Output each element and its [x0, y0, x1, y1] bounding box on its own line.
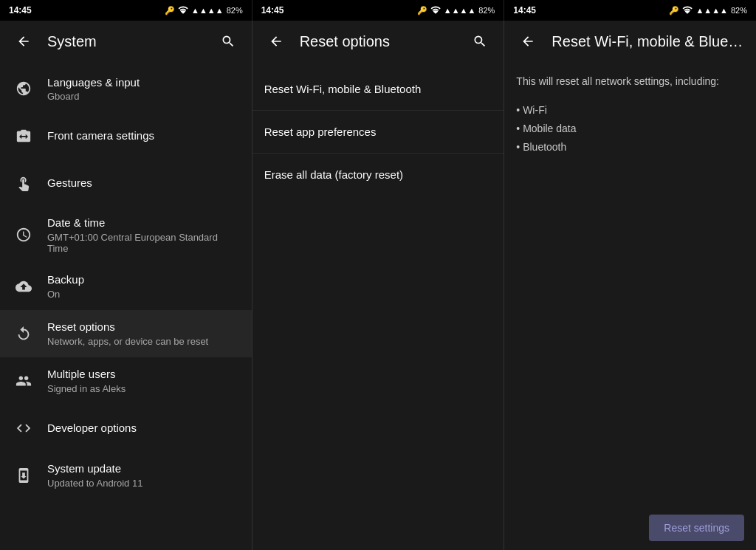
reset-title: Reset options [47, 320, 240, 334]
people-icon [12, 369, 35, 393]
battery-3: 82% [731, 6, 747, 15]
status-segment-2: 14:45 🔑 ▲▲▲▲ 82% [252, 0, 505, 21]
settings-item-users[interactable]: Multiple users Signed in as Aleks [0, 357, 252, 405]
system-panel-title: System [47, 33, 205, 50]
reset-wifi-list: • Wi-Fi • Mobile data • Bluetooth [516, 101, 744, 157]
reset-wifi-actions: Reset settings [504, 506, 756, 550]
wifi-icon-2 [430, 4, 441, 16]
camera-front-icon [12, 124, 35, 148]
users-subtitle: Signed in as Aleks [47, 383, 240, 394]
reset-app-item[interactable]: Reset app preferences [252, 111, 504, 154]
reset-options-header: Reset options [252, 21, 504, 62]
system-update-title: System update [47, 461, 240, 476]
settings-item-languages[interactable]: Languages & input Gboard [0, 65, 252, 112]
backup-text: Backup On [47, 272, 240, 300]
users-title: Multiple users [47, 367, 240, 382]
system-update-text: System update Updated to Android 11 [47, 461, 240, 489]
status-bar: 14:45 🔑 ▲▲▲▲ 82% 14:45 🔑 ▲▲▲▲ 82% 14:45 … [0, 0, 756, 21]
settings-item-backup[interactable]: Backup On [0, 263, 252, 310]
main-content: System Languages & input Gboard [0, 21, 756, 550]
reset-options-back-button[interactable] [264, 30, 288, 53]
battery-2: 82% [478, 6, 495, 15]
languages-title: Languages & input [47, 75, 240, 90]
wifi-icon-1 [178, 4, 188, 16]
signal-icon-3: ▲▲▲▲ [695, 6, 728, 15]
backup-subtitle: On [47, 289, 240, 300]
reset-wifi-header: Reset Wi-Fi, mobile & Blueto... [504, 21, 756, 62]
status-icons-2: 🔑 ▲▲▲▲ 82% [417, 4, 495, 16]
reset-wifi-description: This will reset all network settings, in… [516, 74, 744, 89]
reset-wifi-panel: Reset Wi-Fi, mobile & Blueto... This wil… [504, 21, 756, 550]
reset-wifi-list-item-2: • Bluetooth [516, 138, 744, 157]
system-search-button[interactable] [216, 30, 240, 53]
reset-options-list: Reset Wi-Fi, mobile & Bluetooth Reset ap… [252, 62, 504, 550]
lock-icon-2: 🔑 [417, 6, 427, 16]
lock-icon-3: 🔑 [669, 6, 679, 16]
reset-wifi-content: This will reset all network settings, in… [504, 62, 756, 506]
reset-wifi-list-item-1: • Mobile data [516, 120, 744, 138]
developer-text: Developer options [47, 421, 240, 436]
erase-data-item[interactable]: Erase all data (factory reset) [252, 154, 504, 196]
reset-options-panel: Reset options Reset Wi-Fi, mobile & Blue… [252, 21, 505, 550]
status-icons-1: 🔑 ▲▲▲▲ 82% [165, 4, 243, 16]
reset-wifi-back-button[interactable] [516, 30, 540, 53]
reset-wifi-item[interactable]: Reset Wi-Fi, mobile & Bluetooth [252, 68, 504, 111]
reset-settings-button[interactable]: Reset settings [649, 515, 744, 541]
reset-wifi-title: Reset Wi-Fi, mobile & Blueto... [551, 33, 744, 50]
signal-icon-1: ▲▲▲▲ [191, 6, 224, 15]
system-panel: System Languages & input Gboard [0, 21, 252, 550]
settings-item-camera[interactable]: Front camera settings [0, 112, 252, 159]
reset-icon [12, 322, 35, 346]
datetime-subtitle: GMT+01:00 Central European Standard Time [47, 232, 240, 254]
gesture-icon [12, 171, 35, 195]
status-segment-1: 14:45 🔑 ▲▲▲▲ 82% [0, 0, 252, 21]
datetime-title: Date & time [47, 216, 240, 230]
settings-item-gestures[interactable]: Gestures [0, 159, 252, 207]
system-update-icon [12, 464, 35, 487]
system-back-button[interactable] [12, 30, 35, 53]
languages-subtitle: Gboard [47, 91, 240, 102]
camera-text: Front camera settings [47, 128, 240, 143]
reset-subtitle: Network, apps, or device can be reset [47, 336, 240, 347]
system-update-subtitle: Updated to Android 11 [47, 478, 240, 489]
status-segment-3: 14:45 🔑 ▲▲▲▲ 82% [504, 0, 756, 21]
settings-item-system-update[interactable]: System update Updated to Android 11 [0, 452, 252, 499]
clock-icon [12, 223, 35, 247]
developer-title: Developer options [47, 421, 240, 436]
settings-item-datetime[interactable]: Date & time GMT+01:00 Central European S… [0, 207, 252, 263]
battery-1: 82% [227, 6, 243, 15]
wifi-icon-3 [682, 4, 693, 16]
settings-item-reset[interactable]: Reset options Network, apps, or device c… [0, 310, 252, 357]
reset-options-title: Reset options [300, 33, 457, 50]
cloud-upload-icon [12, 275, 35, 298]
status-time-2: 14:45 [261, 5, 284, 16]
users-text: Multiple users Signed in as Aleks [47, 367, 240, 394]
signal-icon-2: ▲▲▲▲ [444, 6, 476, 15]
gestures-title: Gestures [47, 176, 240, 190]
system-panel-header: System [0, 21, 252, 62]
datetime-text: Date & time GMT+01:00 Central European S… [47, 216, 240, 254]
lock-icon-1: 🔑 [165, 6, 175, 16]
status-icons-3: 🔑 ▲▲▲▲ 82% [669, 4, 747, 16]
gestures-text: Gestures [47, 176, 240, 190]
languages-text: Languages & input Gboard [47, 75, 240, 103]
backup-title: Backup [47, 272, 240, 287]
camera-title: Front camera settings [47, 128, 240, 143]
reset-wifi-list-item-0: • Wi-Fi [516, 101, 744, 120]
reset-options-search-button[interactable] [468, 30, 492, 53]
system-settings-list: Languages & input Gboard Front camera se… [0, 62, 252, 550]
status-time-1: 14:45 [9, 5, 32, 16]
settings-item-developer[interactable]: Developer options [0, 405, 252, 452]
reset-text: Reset options Network, apps, or device c… [47, 320, 240, 347]
globe-icon [12, 77, 35, 100]
developer-icon [12, 416, 35, 440]
status-time-3: 14:45 [513, 5, 536, 16]
